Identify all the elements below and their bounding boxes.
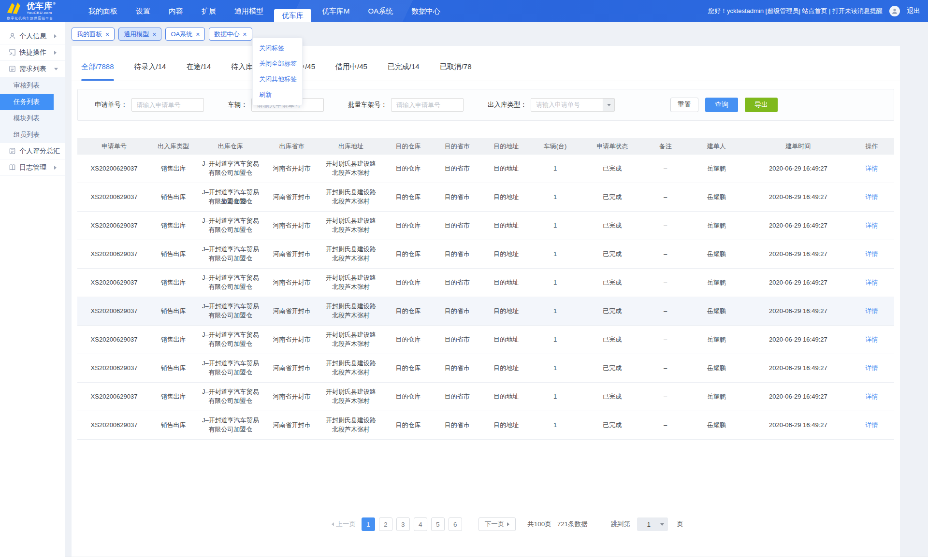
detail-link[interactable]: 详情 (865, 221, 878, 230)
cell-dest-warehouse: 目的仓库 (384, 383, 433, 411)
sidebar-item-label: 日志管理 (19, 163, 46, 172)
main-menu-item[interactable]: 通用模型 (225, 0, 273, 22)
page-number-button[interactable]: 6 (449, 517, 462, 531)
column-header: 目的仓库 (384, 138, 433, 155)
orders-table: 申请单号 出入库类型 出库仓库 出库省市 出库地址 目的仓库 目的省市 目的地址… (77, 138, 894, 440)
jump-page-select[interactable]: 1 (637, 517, 668, 531)
detail-link[interactable]: 详情 (865, 193, 878, 202)
main-menu-item[interactable]: OA系统 (359, 0, 403, 22)
main-menu-item[interactable]: 优车库 (274, 9, 311, 22)
cell-out-city: 河南省开封市 (265, 212, 319, 240)
chevron-down-icon (54, 68, 58, 70)
tag-context-menu: 关闭标签 关闭全部标签 关闭其他标签 刷新 (252, 38, 303, 105)
filter-panel: 申请单号： 车辆： 批量车架号： 出入库类型： 请输入申请单号 重置 查询 导出 (77, 89, 894, 121)
open-tab-tag[interactable]: 我的面板 × (72, 28, 115, 41)
sidebar-item-personal-info[interactable]: 个人信息 (0, 28, 65, 44)
status-tab[interactable]: 借用中/45 (335, 53, 367, 81)
cell-out-city: 河南省开封市 (265, 269, 319, 297)
cell-out-warehouse: J–开封道亨汽车贸易有限公司加盟仓 (196, 411, 265, 439)
status-tab[interactable]: 已取消/78 (440, 53, 472, 81)
column-header: 出库仓库 (196, 138, 265, 155)
cell-status: 已完成 (580, 354, 645, 382)
main-menu-item[interactable]: 设置 (127, 0, 160, 22)
sidebar-submenu-item[interactable]: 模块列表 (0, 110, 65, 127)
status-tab[interactable]: 已完成/14 (388, 53, 420, 81)
app-logo: 优车库® YouCKU.com 数字化机构车源供应链平台 (0, 0, 76, 22)
cell-out-city: 河南省开封市 (265, 240, 319, 268)
open-tab-tag[interactable]: OA系统 × (165, 28, 205, 41)
reset-button[interactable]: 重置 (670, 98, 698, 112)
context-menu-item[interactable]: 关闭标签 (253, 41, 302, 56)
order-no-input[interactable] (131, 98, 204, 112)
cell-remark: – (645, 383, 686, 411)
cell-dest-city: 目的省市 (433, 212, 481, 240)
next-page-button[interactable]: 下一页 (478, 517, 516, 531)
cell-dest-city: 目的省市 (433, 411, 481, 439)
main-menu-item[interactable]: 我的面板 (79, 0, 127, 22)
user-avatar[interactable] (889, 6, 900, 16)
cell-order-no: XS20200629037 (77, 240, 151, 268)
context-menu-item[interactable]: 关闭其他标签 (253, 72, 302, 87)
context-menu-item[interactable]: 刷新 (253, 87, 302, 102)
detail-link[interactable]: 详情 (865, 278, 878, 287)
detail-link[interactable]: 详情 (865, 307, 878, 316)
io-type-select[interactable]: 请输入申请单号 (531, 98, 615, 112)
search-button[interactable]: 查询 (705, 98, 738, 112)
main-menu-item[interactable]: 内容 (160, 0, 192, 22)
main-menu-item[interactable]: 扩展 (192, 0, 225, 22)
page-number-button[interactable]: 5 (431, 517, 445, 531)
column-header: 出库地址 (319, 138, 384, 155)
detail-link[interactable]: 详情 (865, 364, 878, 373)
close-icon[interactable]: × (196, 31, 200, 38)
page-number-button[interactable]: 2 (379, 517, 392, 531)
page-number-button[interactable]: 3 (396, 517, 410, 531)
cell-dest-warehouse: 目的仓库 (384, 269, 433, 297)
open-tab-tag[interactable]: 通用模型 × (118, 28, 161, 41)
main-menu-item[interactable]: 数据中心 (402, 0, 450, 22)
detail-link[interactable]: 详情 (865, 335, 878, 345)
vin-batch-input[interactable] (391, 98, 464, 112)
sidebar-submenu-item[interactable]: 审核列表 (0, 77, 65, 94)
page-number-button[interactable]: 4 (414, 517, 427, 531)
cell-io-type: 销售出库 (151, 383, 196, 411)
logout-button[interactable]: 退出 (907, 7, 920, 15)
detail-link[interactable]: 详情 (865, 392, 878, 402)
status-tab[interactable]: 待录入/14 (134, 53, 166, 81)
open-tab-tag[interactable]: 数据中心 × (209, 28, 252, 41)
cell-dest-address: 目的地址 (481, 326, 530, 354)
sidebar-submenu-item[interactable]: 组员列表 (0, 127, 65, 143)
cell-dest-warehouse: 目的仓库 (384, 411, 433, 439)
close-icon[interactable]: × (243, 31, 246, 38)
detail-link[interactable]: 详情 (865, 250, 878, 259)
status-tab[interactable]: 在途/14 (186, 53, 211, 81)
cell-out-address: 开封尉氏县建设路北段芦木张村 (319, 326, 384, 354)
close-icon[interactable]: × (105, 31, 109, 38)
table-body: XS20200629037 销售出库 J–开封道亨汽车贸易有限公司加盟仓 河南省… (77, 155, 894, 440)
detail-link[interactable]: 详情 (865, 421, 878, 430)
main-menu-item[interactable]: 优车库M (313, 0, 359, 22)
cell-out-address: 开封尉氏县建设路北段芦木张村 (319, 297, 384, 325)
sidebar-item-log-management[interactable]: 日志管理 (0, 159, 65, 176)
cell-creator: 岳耀鹏 (686, 326, 747, 354)
sidebar-item-quick-actions[interactable]: 快捷操作 (0, 44, 65, 61)
close-icon[interactable]: × (152, 31, 156, 38)
sidebar-item-score-summary[interactable]: 个人评分总汇 (0, 143, 65, 159)
page-number-button[interactable]: 1 (362, 517, 375, 531)
cell-vehicles: 1 (531, 155, 580, 183)
cell-dest-city: 目的省市 (433, 383, 481, 411)
sidebar-item-demand-list[interactable]: 需求列表 (0, 61, 65, 77)
prev-page-button[interactable]: 上一页 (332, 520, 356, 529)
export-button[interactable]: 导出 (745, 98, 778, 112)
sidebar-submenu-item[interactable]: 任务列表 (0, 94, 54, 110)
cell-creator: 岳耀鹏 (686, 212, 747, 240)
cell-remark: – (645, 212, 686, 240)
select-arrow-button[interactable] (603, 99, 614, 111)
table-row: XS20200629037 销售出库 J–开封道亨汽车贸易有限公司加盟仓 河南省… (77, 326, 894, 354)
cell-creator: 岳耀鹏 (686, 240, 747, 268)
tag-label: 我的面板 (77, 30, 102, 39)
status-tab[interactable]: 全部/7888 (81, 53, 114, 81)
cell-out-city: 河南省开封市 (265, 411, 319, 439)
top-navigation: 优车库® YouCKU.com 数字化机构车源供应链平台 我的面板 设置 内容 … (0, 0, 928, 22)
context-menu-item[interactable]: 关闭全部标签 (253, 56, 302, 72)
detail-link[interactable]: 详情 (865, 164, 878, 173)
